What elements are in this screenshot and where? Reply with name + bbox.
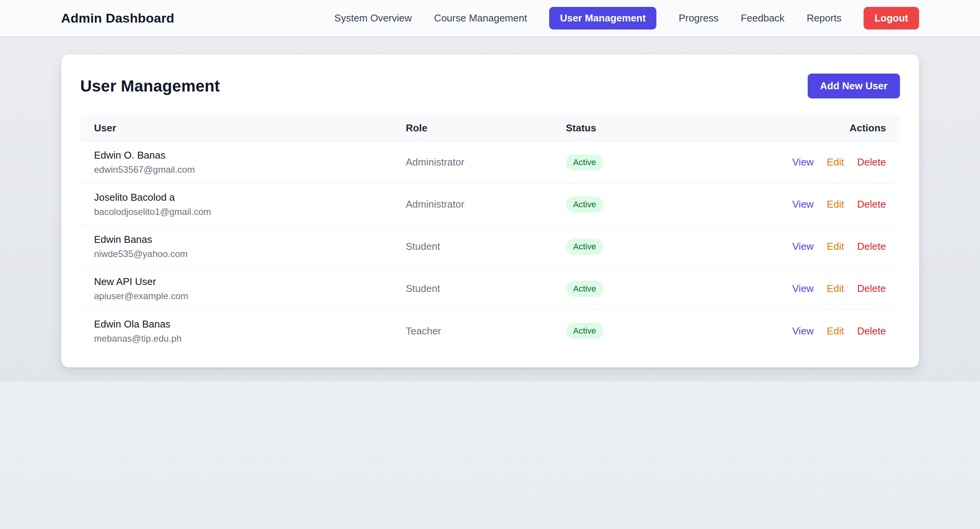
edit-link[interactable]: Edit	[827, 156, 844, 168]
column-header-user: User	[80, 122, 392, 134]
view-link[interactable]: View	[792, 156, 814, 168]
delete-link[interactable]: Delete	[857, 241, 886, 252]
nav-item-system-overview[interactable]: System Overview	[334, 12, 412, 24]
user-role: Teacher	[392, 325, 552, 337]
user-name: Edwin Banas	[94, 234, 378, 246]
logout-button[interactable]: Logout	[864, 7, 919, 29]
table-header-row: User Role Status Actions	[80, 115, 900, 141]
column-header-actions: Actions	[744, 122, 900, 134]
delete-link[interactable]: Delete	[857, 283, 886, 294]
user-management-card: User Management Add New User User Role S…	[61, 54, 919, 367]
nav-item-progress[interactable]: Progress	[679, 12, 718, 24]
delete-link[interactable]: Delete	[857, 325, 886, 337]
user-email: edwin53567@gmail.com	[94, 164, 378, 175]
user-name: Edwin Ola Banas	[94, 318, 378, 330]
add-new-user-button[interactable]: Add New User	[808, 74, 900, 98]
user-email: bacolodjoselito1@gmail.com	[94, 206, 378, 217]
table-row: Edwin Banas niwde535@yahoo.com Student A…	[80, 226, 900, 268]
view-link[interactable]: View	[792, 325, 814, 337]
app-title: Admin Dashboard	[61, 11, 175, 26]
nav-item-feedback[interactable]: Feedback	[741, 12, 784, 24]
column-header-role: Role	[392, 122, 552, 134]
top-navbar: Admin Dashboard System Overview Course M…	[0, 0, 980, 36]
status-badge: Active	[566, 197, 604, 213]
table-row: Edwin O. Banas edwin53567@gmail.com Admi…	[80, 141, 900, 183]
user-role: Administrator	[392, 198, 552, 210]
user-role: Student	[392, 283, 552, 295]
main-nav: System Overview Course Management User M…	[334, 7, 919, 29]
table-row: Edwin Ola Banas mebanas@tip.edu.ph Teach…	[80, 310, 900, 352]
user-email: apiuser@example.com	[94, 291, 378, 301]
column-header-status: Status	[552, 122, 744, 134]
view-link[interactable]: View	[792, 198, 814, 210]
user-name: Edwin O. Banas	[94, 149, 378, 161]
nav-item-user-management[interactable]: User Management	[549, 7, 656, 29]
main-content-area: User Management Add New User User Role S…	[0, 36, 980, 382]
view-link[interactable]: View	[792, 283, 814, 294]
user-name: New API User	[94, 276, 378, 288]
status-badge: Active	[566, 323, 604, 339]
user-name: Joselito Bacolod a	[94, 192, 378, 203]
edit-link[interactable]: Edit	[827, 198, 844, 210]
edit-link[interactable]: Edit	[827, 283, 844, 294]
status-badge: Active	[566, 154, 604, 170]
edit-link[interactable]: Edit	[827, 241, 844, 252]
table-row: New API User apiuser@example.com Student…	[80, 268, 900, 310]
users-table: User Role Status Actions Edwin O. Banas …	[80, 115, 900, 352]
nav-item-course-management[interactable]: Course Management	[434, 12, 527, 24]
user-email: niwde535@yahoo.com	[94, 249, 378, 259]
page-title: User Management	[80, 77, 220, 95]
table-row: Joselito Bacolod a bacolodjoselito1@gmai…	[80, 183, 900, 226]
nav-item-reports[interactable]: Reports	[807, 12, 841, 24]
user-role: Student	[392, 241, 552, 252]
user-role: Administrator	[392, 156, 552, 168]
delete-link[interactable]: Delete	[857, 198, 886, 210]
view-link[interactable]: View	[792, 241, 814, 252]
user-email: mebanas@tip.edu.ph	[94, 333, 378, 344]
status-badge: Active	[566, 239, 604, 255]
status-badge: Active	[566, 281, 604, 297]
edit-link[interactable]: Edit	[827, 325, 844, 337]
delete-link[interactable]: Delete	[857, 156, 886, 168]
card-header: User Management Add New User	[80, 74, 900, 98]
